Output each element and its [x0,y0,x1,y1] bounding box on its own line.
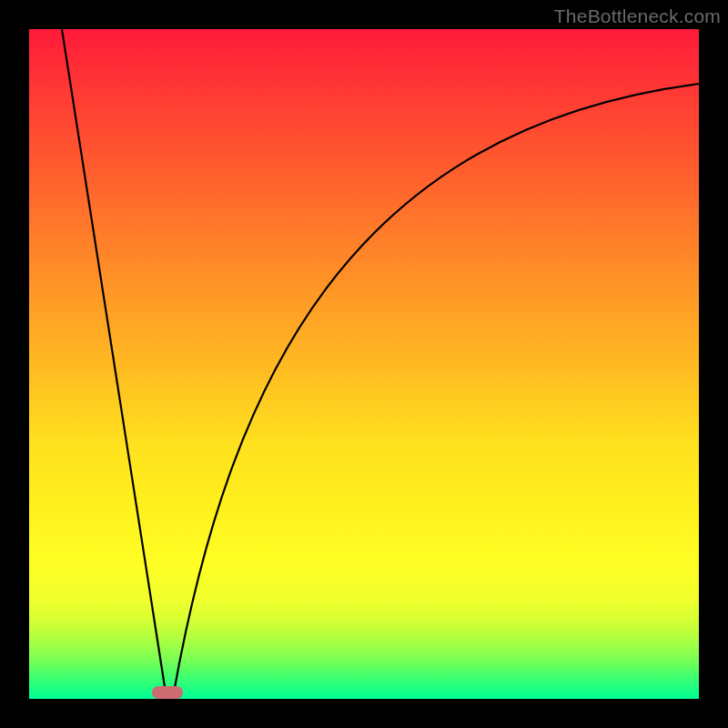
plot-area [29,29,699,699]
bottleneck-curve [29,29,699,699]
chart-frame: TheBottleneck.com [0,0,728,728]
watermark-label: TheBottleneck.com [554,5,721,27]
optimum-marker [152,686,183,699]
